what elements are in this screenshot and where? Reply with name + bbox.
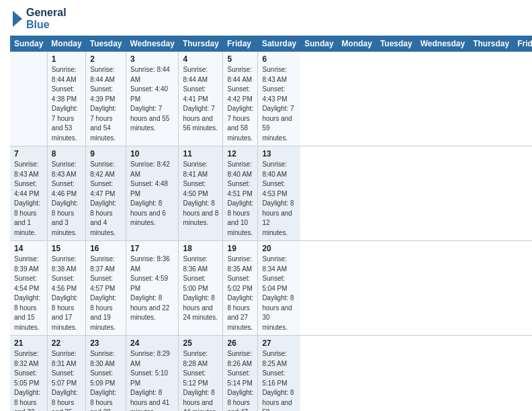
day-cell: 17Sunrise: 8:36 AMSunset: 4:59 PMDayligh… xyxy=(126,241,178,336)
day-number: 7 xyxy=(14,149,43,158)
day-number: 16 xyxy=(90,244,122,253)
day-cell: 4Sunrise: 8:44 AMSunset: 4:41 PMDaylight… xyxy=(179,52,223,146)
day-cell: 10Sunrise: 8:42 AMSunset: 4:48 PMDayligh… xyxy=(126,146,178,241)
col-header-thursday: Thursday xyxy=(179,36,223,52)
day-info: Sunrise: 8:31 AMSunset: 5:07 PMDaylight:… xyxy=(52,349,81,411)
day-info: Sunrise: 8:36 AMSunset: 5:00 PMDaylight:… xyxy=(183,255,218,323)
day-cell: 19Sunrise: 8:35 AMSunset: 5:02 PMDayligh… xyxy=(223,241,258,336)
svg-marker-0 xyxy=(13,11,22,27)
col-header-tuesday: Tuesday xyxy=(86,36,126,52)
day-info: Sunrise: 8:43 AMSunset: 4:43 PMDaylight:… xyxy=(262,65,296,143)
col-header-saturday: Saturday xyxy=(258,36,300,52)
day-number: 3 xyxy=(130,54,174,64)
day-number: 25 xyxy=(183,338,218,348)
day-cell: 6Sunrise: 8:43 AMSunset: 4:43 PMDaylight… xyxy=(258,52,300,146)
day-info: Sunrise: 8:44 AMSunset: 4:39 PMDaylight:… xyxy=(90,65,122,143)
day-info: Sunrise: 8:39 AMSunset: 4:54 PMDaylight:… xyxy=(14,255,43,332)
day-cell: 9Sunrise: 8:42 AMSunset: 4:47 PMDaylight… xyxy=(86,146,126,241)
col-header-sunday: Sunday xyxy=(300,36,337,52)
day-number: 10 xyxy=(130,149,174,158)
day-number: 23 xyxy=(90,338,122,348)
day-number: 8 xyxy=(52,149,81,158)
week-row-1: 1Sunrise: 8:44 AMSunset: 4:38 PMDaylight… xyxy=(10,52,532,146)
day-cell: 3Sunrise: 8:44 AMSunset: 4:40 PMDaylight… xyxy=(126,52,178,146)
col-header-sunday: Sunday xyxy=(10,36,47,52)
week-row-2: 7Sunrise: 8:43 AMSunset: 4:44 PMDaylight… xyxy=(10,146,532,241)
day-number: 12 xyxy=(227,149,253,158)
day-info: Sunrise: 8:40 AMSunset: 4:51 PMDaylight:… xyxy=(227,160,253,238)
logo-text: General Blue xyxy=(26,7,66,30)
day-info: Sunrise: 8:37 AMSunset: 4:57 PMDaylight:… xyxy=(90,255,122,332)
calendar-header-row: SundayMondayTuesdayWednesdayThursdayFrid… xyxy=(10,36,532,52)
day-cell: 26Sunrise: 8:26 AMSunset: 5:14 PMDayligh… xyxy=(223,336,258,411)
day-number: 26 xyxy=(227,338,253,348)
day-info: Sunrise: 8:36 AMSunset: 4:59 PMDaylight:… xyxy=(130,255,174,323)
day-number: 18 xyxy=(183,244,218,253)
day-cell: 2Sunrise: 8:44 AMSunset: 4:39 PMDaylight… xyxy=(86,52,126,146)
day-cell: 7Sunrise: 8:43 AMSunset: 4:44 PMDaylight… xyxy=(10,146,47,241)
day-cell: 16Sunrise: 8:37 AMSunset: 4:57 PMDayligh… xyxy=(86,241,126,336)
day-number: 6 xyxy=(262,54,296,64)
day-info: Sunrise: 8:44 AMSunset: 4:38 PMDaylight:… xyxy=(52,65,81,143)
logo-line1: General xyxy=(26,7,66,19)
day-number: 24 xyxy=(130,338,174,348)
day-number: 27 xyxy=(262,338,296,348)
page-header: General Blue xyxy=(10,7,522,30)
day-info: Sunrise: 8:43 AMSunset: 4:46 PMDaylight:… xyxy=(52,160,81,238)
day-number: 13 xyxy=(262,149,296,158)
day-info: Sunrise: 8:28 AMSunset: 5:12 PMDaylight:… xyxy=(183,349,218,411)
day-number: 15 xyxy=(52,244,81,253)
day-number: 20 xyxy=(262,244,296,253)
day-cell: 13Sunrise: 8:40 AMSunset: 4:53 PMDayligh… xyxy=(258,146,300,241)
col-header-thursday: Thursday xyxy=(469,36,513,52)
week-row-3: 14Sunrise: 8:39 AMSunset: 4:54 PMDayligh… xyxy=(10,241,532,336)
logo-line2: Blue xyxy=(26,19,66,31)
col-header-friday: Friday xyxy=(513,36,532,52)
day-info: Sunrise: 8:40 AMSunset: 4:53 PMDaylight:… xyxy=(262,160,296,238)
day-info: Sunrise: 8:32 AMSunset: 5:05 PMDaylight:… xyxy=(14,349,43,411)
col-header-monday: Monday xyxy=(47,36,85,52)
day-cell: 8Sunrise: 8:43 AMSunset: 4:46 PMDaylight… xyxy=(47,146,85,241)
day-cell: 22Sunrise: 8:31 AMSunset: 5:07 PMDayligh… xyxy=(47,336,85,411)
day-cell: 18Sunrise: 8:36 AMSunset: 5:00 PMDayligh… xyxy=(179,241,223,336)
day-info: Sunrise: 8:35 AMSunset: 5:02 PMDaylight:… xyxy=(227,255,253,332)
col-header-tuesday: Tuesday xyxy=(376,36,416,52)
day-info: Sunrise: 8:43 AMSunset: 4:44 PMDaylight:… xyxy=(14,160,43,238)
logo: General Blue xyxy=(10,7,66,30)
day-cell: 5Sunrise: 8:44 AMSunset: 4:42 PMDaylight… xyxy=(223,52,258,146)
day-info: Sunrise: 8:26 AMSunset: 5:14 PMDaylight:… xyxy=(227,349,253,411)
day-cell xyxy=(10,52,47,146)
day-info: Sunrise: 8:44 AMSunset: 4:42 PMDaylight:… xyxy=(227,65,253,143)
day-number: 9 xyxy=(90,149,122,158)
day-cell: 21Sunrise: 8:32 AMSunset: 5:05 PMDayligh… xyxy=(10,336,47,411)
day-cell: 11Sunrise: 8:41 AMSunset: 4:50 PMDayligh… xyxy=(179,146,223,241)
day-info: Sunrise: 8:38 AMSunset: 4:56 PMDaylight:… xyxy=(52,255,81,332)
day-cell: 23Sunrise: 8:30 AMSunset: 5:09 PMDayligh… xyxy=(86,336,126,411)
day-info: Sunrise: 8:42 AMSunset: 4:47 PMDaylight:… xyxy=(90,160,122,238)
day-number: 19 xyxy=(227,244,253,253)
day-info: Sunrise: 8:44 AMSunset: 4:40 PMDaylight:… xyxy=(130,65,174,134)
day-cell: 15Sunrise: 8:38 AMSunset: 4:56 PMDayligh… xyxy=(47,241,85,336)
day-number: 14 xyxy=(14,244,43,253)
day-number: 5 xyxy=(227,54,253,64)
day-cell: 20Sunrise: 8:34 AMSunset: 5:04 PMDayligh… xyxy=(258,241,300,336)
col-header-friday: Friday xyxy=(223,36,258,52)
day-info: Sunrise: 8:44 AMSunset: 4:41 PMDaylight:… xyxy=(183,65,218,134)
day-cell: 1Sunrise: 8:44 AMSunset: 4:38 PMDaylight… xyxy=(47,52,85,146)
day-info: Sunrise: 8:29 AMSunset: 5:10 PMDaylight:… xyxy=(130,349,174,411)
day-number: 11 xyxy=(183,149,218,158)
day-info: Sunrise: 8:41 AMSunset: 4:50 PMDaylight:… xyxy=(183,160,218,228)
logo-shape-icon xyxy=(10,8,25,30)
day-cell: 27Sunrise: 8:25 AMSunset: 5:16 PMDayligh… xyxy=(258,336,300,411)
col-header-monday: Monday xyxy=(338,36,376,52)
day-number: 22 xyxy=(52,338,81,348)
day-cell: 25Sunrise: 8:28 AMSunset: 5:12 PMDayligh… xyxy=(179,336,223,411)
calendar-table: SundayMondayTuesdayWednesdayThursdayFrid… xyxy=(10,36,532,411)
day-info: Sunrise: 8:25 AMSunset: 5:16 PMDaylight:… xyxy=(262,349,296,411)
day-cell: 14Sunrise: 8:39 AMSunset: 4:54 PMDayligh… xyxy=(10,241,47,336)
day-info: Sunrise: 8:42 AMSunset: 4:48 PMDaylight:… xyxy=(130,160,174,228)
day-number: 4 xyxy=(183,54,218,64)
day-info: Sunrise: 8:34 AMSunset: 5:04 PMDaylight:… xyxy=(262,255,296,332)
col-header-wednesday: Wednesday xyxy=(416,36,469,52)
day-cell: 12Sunrise: 8:40 AMSunset: 4:51 PMDayligh… xyxy=(223,146,258,241)
